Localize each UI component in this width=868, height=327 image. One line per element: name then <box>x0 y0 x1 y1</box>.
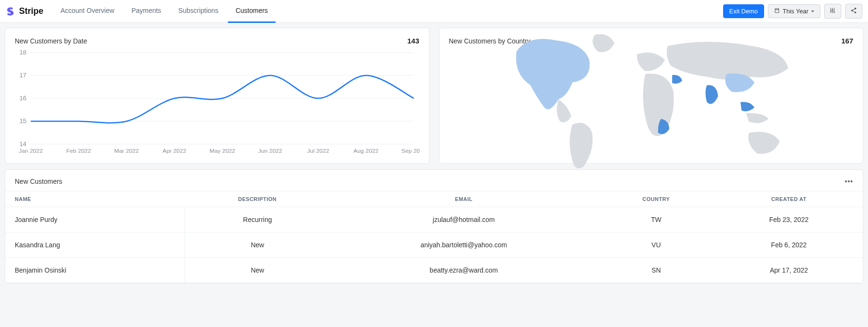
card-total: 167 <box>841 37 853 45</box>
nav-tab-subscriptions[interactable]: Subscriptions <box>171 0 226 23</box>
share-icon <box>850 7 857 15</box>
cell-country: VU <box>597 232 715 258</box>
period-dropdown[interactable]: This Year <box>768 4 820 18</box>
nav-tab-account-overview[interactable]: Account Overview <box>53 0 122 23</box>
card-new-customers-table: New Customers ••• NAME DESCRIPTION EMAIL… <box>5 169 863 284</box>
cell-created_at: Apr 17, 2022 <box>715 258 863 283</box>
period-label: This Year <box>783 8 808 15</box>
svg-text:14: 14 <box>20 141 27 148</box>
svg-text:Sep 2022: Sep 2022 <box>401 148 419 154</box>
nav-tab-label: Account Overview <box>61 7 114 14</box>
table-row[interactable]: Joannie PurdyRecurringjzulauf@hotmail.co… <box>5 207 863 232</box>
chevron-down-icon <box>811 11 814 12</box>
cell-email: jzulauf@hotmail.com <box>330 207 598 232</box>
nav-tab-label: Customers <box>235 7 268 14</box>
cell-description: New <box>184 258 330 283</box>
nav-tab-customers[interactable]: Customers <box>228 0 276 23</box>
svg-text:May 2022: May 2022 <box>209 148 235 154</box>
svg-text:Feb 2022: Feb 2022 <box>66 148 91 154</box>
cell-description: Recurring <box>184 207 330 232</box>
svg-text:Mar 2022: Mar 2022 <box>114 148 139 154</box>
col-country[interactable]: COUNTRY <box>597 191 715 207</box>
sliders-icon <box>829 7 836 15</box>
line-chart: 1415161718Jan 2022Feb 2022Mar 2022Apr 20… <box>15 50 419 155</box>
card-new-customers-by-date: New Customers by Date 143 1415161718Jan … <box>5 28 429 164</box>
col-email[interactable]: EMAIL <box>330 191 598 207</box>
cell-email: aniyah.bartoletti@yahoo.com <box>330 232 598 258</box>
svg-text:15: 15 <box>20 118 27 125</box>
cell-created_at: Feb 6, 2022 <box>715 232 863 258</box>
table-options-button[interactable]: ••• <box>845 178 853 185</box>
svg-text:Jan 2022: Jan 2022 <box>19 148 42 154</box>
nav-tab-label: Subscriptions <box>178 7 218 14</box>
top-navbar: Stripe Account Overview Payments Subscri… <box>0 0 868 23</box>
stripe-logo-icon <box>6 7 15 16</box>
svg-text:Jul 2022: Jul 2022 <box>307 148 329 154</box>
cell-created_at: Feb 23, 2022 <box>715 207 863 232</box>
svg-text:Apr 2022: Apr 2022 <box>163 148 186 154</box>
svg-text:Aug 2022: Aug 2022 <box>354 148 379 154</box>
brand[interactable]: Stripe <box>6 6 43 16</box>
cell-name: Kasandra Lang <box>5 232 184 258</box>
cell-name: Joannie Purdy <box>5 207 184 232</box>
card-new-customers-by-country: New Customers by Country 167 <box>439 28 864 164</box>
table-row[interactable]: Kasandra LangNewaniyah.bartoletti@yahoo.… <box>5 232 863 258</box>
cell-description: New <box>184 232 330 258</box>
world-map <box>449 50 854 155</box>
customers-table: NAME DESCRIPTION EMAIL COUNTRY CREATED A… <box>5 191 863 283</box>
settings-button[interactable] <box>824 4 841 19</box>
col-name[interactable]: NAME <box>5 191 184 207</box>
cell-country: TW <box>597 207 715 232</box>
col-description[interactable]: DESCRIPTION <box>184 191 330 207</box>
share-button[interactable] <box>845 4 862 19</box>
nav-right: Exit Demo This Year <box>723 4 862 19</box>
table-row[interactable]: Benjamin OsinskiNewbeatty.ezra@ward.comS… <box>5 258 863 283</box>
page-content: New Customers by Date 143 1415161718Jan … <box>0 23 868 288</box>
ellipsis-icon: ••• <box>845 178 853 185</box>
svg-text:18: 18 <box>20 50 27 56</box>
calendar-icon <box>774 8 780 15</box>
brand-name: Stripe <box>19 6 43 16</box>
cell-name: Benjamin Osinski <box>5 258 184 283</box>
cell-country: SN <box>597 258 715 283</box>
svg-text:Jun 2022: Jun 2022 <box>258 148 282 154</box>
svg-text:17: 17 <box>20 72 27 79</box>
card-total: 143 <box>407 37 419 45</box>
exit-demo-button[interactable]: Exit Demo <box>723 4 764 18</box>
nav-tab-label: Payments <box>132 7 161 14</box>
col-created-at[interactable]: CREATED AT <box>715 191 863 207</box>
exit-demo-label: Exit Demo <box>729 8 758 15</box>
nav-tabs: Account Overview Payments Subscriptions … <box>53 0 276 23</box>
card-title: New Customers by Date <box>15 37 87 45</box>
cell-email: beatty.ezra@ward.com <box>330 258 598 283</box>
table-title: New Customers <box>15 178 62 185</box>
nav-tab-payments[interactable]: Payments <box>124 0 169 23</box>
svg-text:16: 16 <box>20 95 27 102</box>
